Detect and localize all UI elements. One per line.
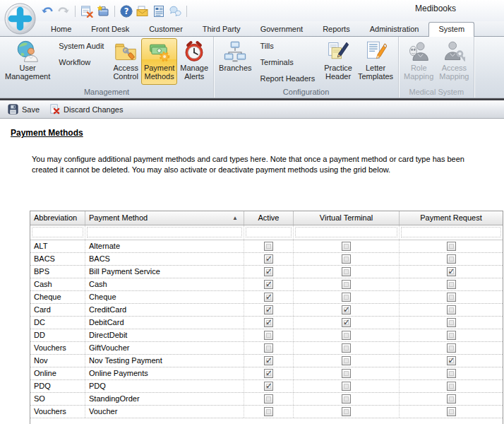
filter-input[interactable] xyxy=(32,227,83,237)
table-row[interactable]: DCDebitCard✓✓ xyxy=(30,317,503,329)
column-header-active[interactable]: Active xyxy=(244,211,294,225)
virtual-terminal-checkbox[interactable]: ✓ xyxy=(342,318,351,327)
payment-request-checkbox[interactable] xyxy=(447,394,456,404)
payment-request-checkbox[interactable] xyxy=(447,305,456,314)
table-row[interactable]: NovNov Testing Payment✓✓ xyxy=(30,355,503,367)
virtual-terminal-checkbox[interactable] xyxy=(342,267,351,276)
active-checkbox[interactable]: ✓ xyxy=(264,254,273,264)
active-checkbox[interactable]: ✓ xyxy=(264,318,273,327)
payment-request-checkbox[interactable] xyxy=(447,331,456,340)
table-row[interactable]: VouchersGiftVoucher xyxy=(30,342,503,355)
filter-input[interactable] xyxy=(401,227,501,237)
tab-reports[interactable]: Reports xyxy=(313,22,360,36)
payment-request-checkbox[interactable]: ✓ xyxy=(447,356,456,365)
tab-home[interactable]: Home xyxy=(41,22,81,36)
column-header-payment-request[interactable]: Payment Request xyxy=(400,211,503,225)
table-row[interactable]: BPSBill Payment Service✓✓ xyxy=(30,266,503,278)
active-checkbox[interactable]: ✓ xyxy=(264,280,273,289)
system-audit-button[interactable]: System Audit xyxy=(56,40,107,52)
active-checkbox[interactable]: ✓ xyxy=(264,305,273,314)
virtual-terminal-checkbox[interactable] xyxy=(342,369,351,378)
form-cancel-button[interactable] xyxy=(80,5,93,18)
application-menu-button[interactable] xyxy=(4,3,36,35)
practice-header-button[interactable]: Practice Header xyxy=(321,38,355,85)
access-control-button[interactable]: Access Control xyxy=(110,38,140,85)
payment-request-checkbox[interactable]: ✓ xyxy=(447,267,456,276)
undo-button[interactable] xyxy=(41,5,54,18)
filter-cell-payment-method[interactable] xyxy=(85,225,244,240)
mail-button[interactable] xyxy=(136,5,149,18)
tab-administration[interactable]: Administration xyxy=(360,22,429,36)
active-checkbox[interactable]: ✓ xyxy=(264,267,273,276)
column-header-payment-method[interactable]: Payment Method▲ xyxy=(85,211,244,225)
active-checkbox[interactable]: ✓ xyxy=(264,356,273,365)
new-folder-button[interactable] xyxy=(97,5,109,18)
payment-request-checkbox[interactable] xyxy=(447,318,456,327)
tills-button[interactable]: Tills xyxy=(258,40,277,52)
filter-cell-active[interactable] xyxy=(244,225,294,240)
tab-system[interactable]: System xyxy=(428,22,474,37)
filter-cell-payment-request[interactable] xyxy=(400,225,503,240)
workflow-button[interactable]: Workflow xyxy=(56,57,93,68)
virtual-terminal-checkbox[interactable] xyxy=(342,293,351,302)
table-row[interactable]: VouchersVoucher xyxy=(30,406,503,418)
filter-input[interactable] xyxy=(295,227,397,237)
access-mapping-button[interactable]: Access Mapping xyxy=(436,38,472,85)
table-row[interactable]: CardCreditCard✓✓ xyxy=(30,304,503,317)
virtual-terminal-checkbox[interactable] xyxy=(342,394,351,404)
virtual-terminal-checkbox[interactable] xyxy=(342,254,351,264)
payment-request-checkbox[interactable] xyxy=(447,407,456,416)
virtual-terminal-checkbox[interactable] xyxy=(342,382,351,391)
payment-request-checkbox[interactable] xyxy=(447,242,456,251)
column-header-virtual-terminal[interactable]: Virtual Terminal xyxy=(294,211,400,225)
table-row[interactable]: CashCash✓ xyxy=(30,278,503,291)
virtual-terminal-checkbox[interactable]: ✓ xyxy=(342,305,351,314)
virtual-terminal-checkbox[interactable] xyxy=(342,407,351,416)
payment-methods-button[interactable]: Payment Methods xyxy=(141,38,177,85)
tab-front-desk[interactable]: Front Desk xyxy=(81,22,139,36)
role-mapping-button[interactable]: Role Mapping xyxy=(401,38,436,85)
redo-button[interactable] xyxy=(57,5,70,18)
filter-cell-abbreviation[interactable] xyxy=(30,225,85,240)
help-button[interactable]: ? xyxy=(120,5,133,18)
manage-alerts-button[interactable]: Manage Alerts xyxy=(177,38,211,85)
virtual-terminal-checkbox[interactable] xyxy=(342,356,351,365)
tab-government[interactable]: Government xyxy=(251,22,313,36)
discard-changes-button[interactable]: Discard Changes xyxy=(47,102,126,116)
report-button[interactable] xyxy=(152,5,165,18)
letter-templates-button[interactable]: Letter Templates xyxy=(355,38,396,85)
table-row[interactable]: BACSBACS✓ xyxy=(30,253,503,266)
tab-customer[interactable]: Customer xyxy=(139,22,193,36)
virtual-terminal-checkbox[interactable] xyxy=(342,343,351,353)
table-row[interactable]: OnlineOnline Payments✓ xyxy=(30,367,503,380)
payment-request-checkbox[interactable] xyxy=(447,369,456,378)
payment-request-checkbox[interactable] xyxy=(447,343,456,353)
table-row[interactable]: DDDirectDebit xyxy=(30,329,503,342)
virtual-terminal-checkbox[interactable] xyxy=(342,280,351,289)
terminals-button[interactable]: Terminals xyxy=(258,57,296,68)
filter-cell-virtual-terminal[interactable] xyxy=(294,225,400,240)
active-checkbox[interactable]: ✓ xyxy=(264,382,273,391)
report-headers-button[interactable]: Report Headers xyxy=(258,73,318,84)
virtual-terminal-checkbox[interactable] xyxy=(342,331,351,340)
active-checkbox[interactable] xyxy=(264,331,273,340)
branches-button[interactable]: Branches xyxy=(216,38,254,85)
user-management-button[interactable]: User Management xyxy=(2,38,53,85)
payment-request-checkbox[interactable] xyxy=(447,293,456,302)
column-header-abbreviation[interactable]: Abbreviation xyxy=(30,211,85,225)
active-checkbox[interactable]: ✓ xyxy=(264,369,273,378)
table-row[interactable]: SOStandingOrder xyxy=(30,393,503,406)
virtual-terminal-checkbox[interactable] xyxy=(342,242,351,251)
tab-third-party[interactable]: Third Party xyxy=(193,22,251,36)
active-checkbox[interactable]: ✓ xyxy=(264,293,273,302)
table-row[interactable]: PDQPDQ✓ xyxy=(30,380,503,393)
table-row[interactable]: ALTAlternate xyxy=(30,240,503,253)
chat-button[interactable] xyxy=(169,5,181,18)
active-checkbox[interactable] xyxy=(264,407,273,416)
save-button[interactable]: Save xyxy=(5,102,42,116)
active-checkbox[interactable] xyxy=(264,242,273,251)
payment-request-checkbox[interactable] xyxy=(447,382,456,391)
payment-request-checkbox[interactable] xyxy=(447,254,456,264)
table-row[interactable]: ChequeCheque✓ xyxy=(30,291,503,304)
active-checkbox[interactable] xyxy=(264,343,273,353)
